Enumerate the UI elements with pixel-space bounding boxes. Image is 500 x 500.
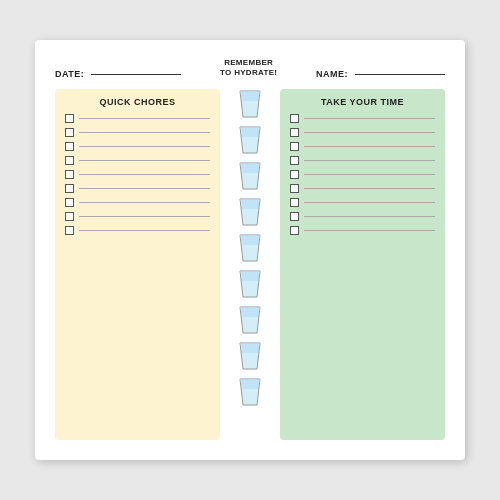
time-line <box>304 230 435 231</box>
header-hydrate: REMEMBER TO HYDRATE! <box>220 58 277 79</box>
water-glass-5 <box>236 233 264 265</box>
svg-marker-5 <box>240 163 260 173</box>
time-line <box>304 118 435 119</box>
time-checkbox[interactable] <box>290 114 299 123</box>
header-name: NAME: <box>316 69 445 79</box>
water-glass-4 <box>236 197 264 229</box>
time-checklist <box>290 114 435 235</box>
chores-title: QUICK CHORES <box>65 97 210 107</box>
chores-line <box>79 118 210 119</box>
time-item <box>290 170 435 179</box>
svg-marker-17 <box>240 379 260 389</box>
water-glass-7 <box>236 305 264 337</box>
chores-item <box>65 198 210 207</box>
chores-checkbox[interactable] <box>65 156 74 165</box>
time-item <box>290 128 435 137</box>
chores-line <box>79 174 210 175</box>
time-item <box>290 114 435 123</box>
water-glass-9 <box>236 377 264 409</box>
time-checkbox[interactable] <box>290 184 299 193</box>
time-item <box>290 184 435 193</box>
chores-item <box>65 142 210 151</box>
svg-marker-11 <box>240 271 260 281</box>
time-item <box>290 156 435 165</box>
time-checkbox[interactable] <box>290 142 299 151</box>
chores-item <box>65 170 210 179</box>
time-checkbox[interactable] <box>290 198 299 207</box>
date-label: DATE: <box>55 69 84 79</box>
chores-checkbox[interactable] <box>65 170 74 179</box>
chores-line <box>79 188 210 189</box>
svg-marker-9 <box>240 235 260 245</box>
chores-checkbox[interactable] <box>65 142 74 151</box>
name-label: NAME: <box>316 69 348 79</box>
chores-line <box>79 146 210 147</box>
water-glass-2 <box>236 125 264 157</box>
svg-marker-15 <box>240 343 260 353</box>
time-section: TAKE YOUR TIME <box>280 89 445 440</box>
time-item <box>290 212 435 221</box>
time-item <box>290 226 435 235</box>
hydrate-section <box>220 89 280 440</box>
svg-marker-13 <box>240 307 260 317</box>
svg-marker-3 <box>240 127 260 137</box>
time-line <box>304 216 435 217</box>
chores-item <box>65 128 210 137</box>
chores-item <box>65 184 210 193</box>
chores-line <box>79 216 210 217</box>
chores-item <box>65 114 210 123</box>
chores-item <box>65 156 210 165</box>
chores-section: QUICK CHORES <box>55 89 220 440</box>
main-row: QUICK CHORES <box>55 89 445 440</box>
chores-line <box>79 160 210 161</box>
time-line <box>304 146 435 147</box>
name-line <box>355 74 445 75</box>
time-line <box>304 188 435 189</box>
svg-marker-1 <box>240 91 260 101</box>
time-line <box>304 202 435 203</box>
water-glass-8 <box>236 341 264 373</box>
time-item <box>290 198 435 207</box>
chores-checklist <box>65 114 210 235</box>
time-checkbox[interactable] <box>290 170 299 179</box>
header-row: DATE: REMEMBER TO HYDRATE! NAME: <box>55 58 445 79</box>
time-title: TAKE YOUR TIME <box>290 97 435 107</box>
chores-checkbox[interactable] <box>65 184 74 193</box>
chores-checkbox[interactable] <box>65 212 74 221</box>
time-checkbox[interactable] <box>290 226 299 235</box>
svg-marker-7 <box>240 199 260 209</box>
chores-line <box>79 202 210 203</box>
time-line <box>304 174 435 175</box>
water-glass-6 <box>236 269 264 301</box>
time-line <box>304 132 435 133</box>
chores-line <box>79 230 210 231</box>
time-checkbox[interactable] <box>290 156 299 165</box>
time-item <box>290 142 435 151</box>
chores-line <box>79 132 210 133</box>
chores-checkbox[interactable] <box>65 226 74 235</box>
chores-item <box>65 212 210 221</box>
chores-checkbox[interactable] <box>65 114 74 123</box>
water-glass-1 <box>236 89 264 121</box>
time-line <box>304 160 435 161</box>
hydrate-line2: TO HYDRATE! <box>220 68 277 78</box>
time-checkbox[interactable] <box>290 212 299 221</box>
date-line <box>91 74 181 75</box>
hydrate-line1: REMEMBER <box>220 58 277 68</box>
chores-checkbox[interactable] <box>65 128 74 137</box>
time-checkbox[interactable] <box>290 128 299 137</box>
header-date: DATE: <box>55 69 181 79</box>
water-glass-3 <box>236 161 264 193</box>
chores-item <box>65 226 210 235</box>
chores-checkbox[interactable] <box>65 198 74 207</box>
notepad: DATE: REMEMBER TO HYDRATE! NAME: QUICK C… <box>35 40 465 460</box>
